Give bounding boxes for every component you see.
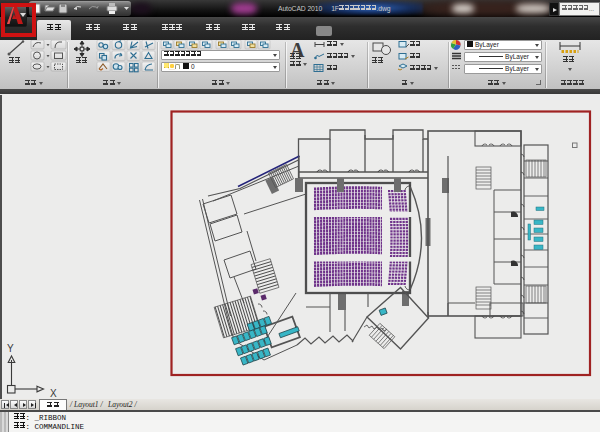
svg-text:Y: Y [7, 343, 14, 354]
svg-text:X: X [50, 388, 57, 399]
